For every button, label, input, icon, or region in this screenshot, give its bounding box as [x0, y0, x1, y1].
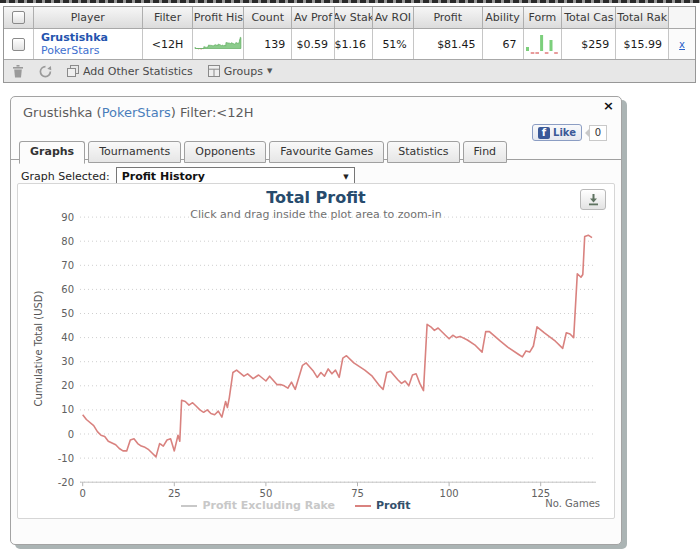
- av-roi-cell: 51%: [373, 29, 414, 59]
- tab-graphs[interactable]: Graphs: [19, 141, 85, 164]
- profit-sparkline: [194, 32, 242, 56]
- count-cell: 139: [244, 29, 292, 59]
- select-all-cell: [4, 7, 34, 28]
- svg-text:0: 0: [80, 488, 86, 499]
- column-header-count[interactable]: Count: [244, 7, 292, 28]
- delete-button[interactable]: [12, 65, 24, 78]
- form-mini-bars: [524, 31, 560, 57]
- ability-cell: 67: [483, 29, 524, 59]
- trash-icon: [12, 65, 24, 78]
- column-header-av-stak[interactable]: Av Stak: [335, 7, 373, 28]
- svg-text:25: 25: [168, 488, 181, 499]
- groups-button[interactable]: Groups ▼: [208, 65, 273, 78]
- svg-text:75: 75: [351, 488, 364, 499]
- table-toolbar: Add Other Statistics Groups ▼: [4, 59, 695, 82]
- refresh-icon: [39, 65, 52, 78]
- row-checkbox-cell: [4, 29, 34, 59]
- profit-history-sparkline-cell: [193, 29, 244, 59]
- groups-caret-icon: ▼: [267, 67, 272, 75]
- filter-cell: <12H: [143, 29, 194, 59]
- av-prof-cell: $0.59: [292, 29, 335, 59]
- legend-label: Profit Excluding Rake: [202, 499, 335, 512]
- profit-chart: Total Profit Click and drag inside the p…: [17, 183, 615, 519]
- groups-label: Groups: [224, 65, 263, 78]
- panel-title-player: Grustishka (: [23, 105, 102, 120]
- table-row: Grustishka PokerStars <12H 139 $0.59 $1.…: [4, 28, 695, 59]
- total-rake-cell: $15.99: [616, 29, 669, 59]
- like-label: Like: [553, 127, 576, 138]
- svg-text:-20: -20: [58, 477, 74, 488]
- column-header-ability[interactable]: Ability: [483, 7, 524, 28]
- svg-text:60: 60: [61, 284, 74, 295]
- results-table: Player Filter Profit His Count Av Prof A…: [3, 6, 696, 83]
- svg-text:70: 70: [61, 260, 74, 271]
- svg-text:50: 50: [61, 308, 74, 319]
- svg-text:80: 80: [61, 236, 74, 247]
- form-cell: [524, 29, 563, 59]
- column-header-total-cash[interactable]: Total Cas: [562, 7, 616, 28]
- column-header-av-roi[interactable]: Av ROI: [373, 7, 414, 28]
- svg-text:-10: -10: [58, 453, 74, 464]
- svg-text:100: 100: [440, 488, 459, 499]
- window-top-edge: [0, 0, 700, 3]
- column-header-remove: [669, 7, 695, 28]
- legend-label: Profit: [376, 499, 410, 512]
- tab-bar: Graphs Tournaments Opponents Favourite G…: [19, 141, 507, 163]
- column-header-profit-history[interactable]: Profit His: [193, 7, 244, 28]
- player-cell: Grustishka PokerStars: [34, 29, 143, 59]
- row-checkbox[interactable]: [12, 38, 25, 51]
- player-detail-panel: × Grustishka (PokerStars) Filter:<12H f …: [10, 96, 622, 545]
- tab-tournaments[interactable]: Tournaments: [88, 141, 181, 163]
- refresh-button[interactable]: [39, 65, 52, 78]
- player-name-link[interactable]: Grustishka: [41, 31, 108, 44]
- like-count: 0: [589, 125, 607, 141]
- add-other-statistics-button[interactable]: Add Other Statistics: [67, 65, 193, 78]
- chart-legend: Profit Excluding Rake Profit: [18, 499, 574, 512]
- close-panel-button[interactable]: ×: [603, 98, 614, 113]
- column-header-av-prof[interactable]: Av Prof: [292, 7, 335, 28]
- legend-swatch: [355, 505, 371, 507]
- panel-title-site: PokerStars: [102, 105, 171, 120]
- svg-text:10: 10: [61, 404, 74, 415]
- add-other-statistics-label: Add Other Statistics: [83, 65, 193, 78]
- table-header-row: Player Filter Profit His Count Av Prof A…: [4, 7, 695, 28]
- legend-item-profit-excluding-rake[interactable]: Profit Excluding Rake: [181, 499, 335, 512]
- tab-opponents[interactable]: Opponents: [184, 141, 266, 163]
- tab-statistics[interactable]: Statistics: [387, 141, 459, 163]
- svg-text:50: 50: [260, 488, 273, 499]
- graph-selected-label: Graph Selected:: [21, 170, 110, 183]
- groups-icon: [208, 65, 220, 77]
- svg-text:30: 30: [61, 356, 74, 367]
- legend-item-profit[interactable]: Profit: [355, 499, 410, 512]
- remove-cell: x: [669, 29, 695, 59]
- facebook-icon: f: [538, 127, 550, 139]
- profit-cell: $81.45: [414, 29, 483, 59]
- facebook-like-widget: f Like 0: [532, 124, 607, 141]
- column-header-player[interactable]: Player: [34, 7, 143, 28]
- svg-text:20: 20: [61, 380, 74, 391]
- svg-text:40: 40: [61, 332, 74, 343]
- tab-find[interactable]: Find: [463, 141, 508, 163]
- like-button[interactable]: f Like: [532, 124, 582, 141]
- select-all-checkbox[interactable]: [12, 11, 25, 24]
- tab-favourite-games[interactable]: Favourite Games: [269, 141, 384, 163]
- player-site-link[interactable]: PokerStars: [41, 44, 100, 57]
- column-header-total-rake[interactable]: Total Rak: [616, 7, 669, 28]
- graph-type-value: Profit History: [122, 170, 205, 183]
- total-cash-cell: $259: [562, 29, 616, 59]
- column-header-profit[interactable]: Profit: [414, 7, 483, 28]
- plot-area[interactable]: -20-1001020304050607080900255075100125: [18, 184, 616, 520]
- column-header-filter[interactable]: Filter: [143, 7, 194, 28]
- panel-title: Grustishka (PokerStars) Filter:<12H: [23, 105, 254, 120]
- svg-text:0: 0: [68, 429, 74, 440]
- x-axis-title: No. Games: [545, 498, 600, 509]
- legend-swatch: [181, 505, 197, 507]
- select-caret-icon: ▼: [343, 173, 348, 181]
- panel-title-filter: ) Filter:<12H: [171, 105, 254, 120]
- av-stak-cell: $1.16: [335, 29, 373, 59]
- svg-text:90: 90: [61, 212, 74, 223]
- column-header-form[interactable]: Form: [524, 7, 563, 28]
- copy-icon: [67, 65, 79, 77]
- remove-row-link[interactable]: x: [679, 39, 685, 50]
